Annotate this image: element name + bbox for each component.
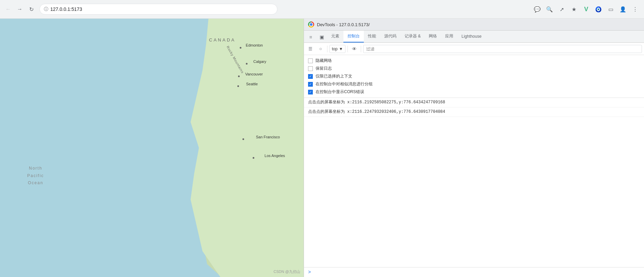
preserve-log-checkbox[interactable] [308,66,313,71]
console-toolbar: ☰ ○ top ▼ 👁 [304,43,644,55]
option-preserve-log: 保留日志 [308,66,640,71]
share-icon[interactable]: ➚ [556,4,567,15]
reload-button[interactable]: ↻ [27,4,36,14]
tab-application[interactable]: 应用 [441,31,457,42]
bookmark-icon[interactable]: ★ [569,4,579,15]
context-select-arrow: ▼ [339,47,343,51]
address-text: 127.0.0.1:5173 [50,6,82,12]
chrome-favicon [308,21,314,28]
filter-input[interactable] [363,45,642,53]
toolbar-divider-2 [348,46,348,52]
forward-button[interactable]: → [15,4,24,14]
tab-recorder[interactable]: 记录器 & [401,31,425,42]
console-entry-1: 点击点的屏幕坐标为 x:2116.2192585082275,y:776.643… [304,98,644,107]
lock-icon: ⓘ [44,6,48,12]
csdn-watermark: CSDN @九仞山 [274,269,300,274]
main-content: CANADA NorthPacificOcean Rocky Mountains… [0,19,644,277]
group-similar-checkbox[interactable] [308,82,313,87]
map-area[interactable]: CANADA NorthPacificOcean Rocky Mountains… [0,19,304,277]
device-icon[interactable]: ▣ [316,32,327,42]
inspect-icon[interactable]: ⌗ [305,32,316,42]
profile-icon[interactable]: 👤 [617,4,628,15]
devtools-panel: DevTools - 127.0.0.1:5173/ ⌗ ▣ 元素 控制台 性能… [304,19,644,277]
option-hide-network: 隐藏网络 [308,58,640,64]
translate-icon[interactable]: 💬 [532,4,543,15]
option-group-similar: 在控制台中对相似消息进行分组 [308,81,640,87]
tab-sources[interactable]: 源代码 [380,31,401,42]
back-button[interactable]: ← [3,4,13,14]
sf-dot [242,138,244,140]
tab-elements[interactable]: 元素 [327,31,343,42]
la-dot [253,157,254,159]
console-options: 隐藏网络 保留日志 仅限已选择的上下文 在控制台中对相似消息进行分组 在控制台中… [304,55,644,98]
tab-performance[interactable]: 性能 [364,31,380,42]
option-selected-context: 仅限已选择的上下文 [308,73,640,79]
eye-btn[interactable]: 👁 [350,45,359,53]
show-cors-checkbox[interactable] [308,90,313,94]
tab-network[interactable]: 网络 [425,31,441,42]
preserve-log-label: 保留日志 [316,66,332,71]
group-similar-label: 在控制台中对相似消息进行分组 [316,81,373,87]
selected-context-checkbox[interactable] [308,74,313,79]
selected-context-label: 仅限已选择的上下文 [316,73,352,79]
seattle-dot [237,85,239,87]
nav-buttons: ← → ↻ [3,4,36,14]
tab-lighthouse[interactable]: Lighthouse [457,31,486,42]
clear-btn[interactable]: ○ [316,45,325,53]
hide-network-label: 隐藏网络 [316,58,332,64]
window-icon[interactable]: ▭ [605,4,616,15]
devtools-tabs: ⌗ ▣ 元素 控制台 性能 源代码 记录器 & 网络 应用 Lighthouse [304,31,644,43]
toolbar-divider-3 [361,46,361,52]
vancouver-dot [238,75,240,77]
show-cors-label: 在控制台中显示CORS错误 [316,89,364,95]
console-entry-2: 点击点的屏幕坐标为 x:2116.2247932032406,y:776.643… [304,107,644,117]
browser-actions: 💬 🔍 ➚ ★ V 🧿 ▭ 👤 ⋮ [532,4,641,15]
edmonton-dot [240,47,241,49]
hide-network-checkbox[interactable] [308,58,313,63]
devtools-title: DevTools - 127.0.0.1:5173/ [317,22,370,27]
prompt-arrow: > [308,270,311,275]
option-show-cors: 在控制台中显示CORS错误 [308,89,640,95]
extensions-icon[interactable]: 🧿 [593,4,604,15]
calgary-dot [246,63,248,65]
devtools-titlebar: DevTools - 127.0.0.1:5173/ [304,19,644,31]
address-bar[interactable]: ⓘ 127.0.0.1:5173 [39,4,277,15]
browser-chrome: ← → ↻ ⓘ 127.0.0.1:5173 💬 🔍 ➚ ★ V 🧿 ▭ 👤 ⋮ [0,0,644,19]
console-prompt[interactable]: > [304,267,644,277]
toolbar-divider-1 [327,46,327,52]
menu-icon[interactable]: ⋮ [630,4,641,15]
search-icon[interactable]: 🔍 [544,4,555,15]
context-select[interactable]: top ▼ [329,45,345,53]
vue-icon[interactable]: V [581,4,592,15]
console-output[interactable]: 点击点的屏幕坐标为 x:2116.2192585082275,y:776.643… [304,98,644,267]
tab-console[interactable]: 控制台 [343,31,364,42]
sidebar-toggle-btn[interactable]: ☰ [306,45,315,53]
